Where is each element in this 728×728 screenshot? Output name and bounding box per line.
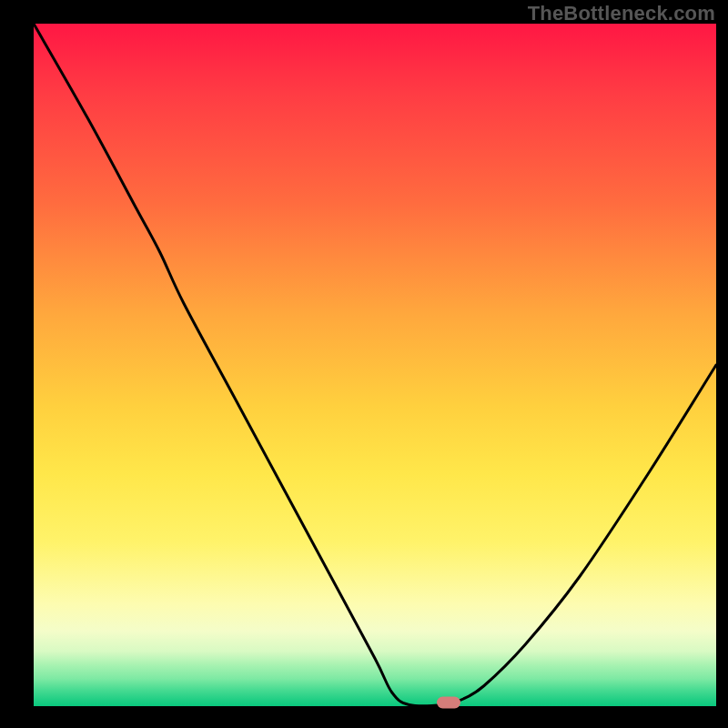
plot-area xyxy=(34,24,716,706)
optimum-marker xyxy=(437,697,460,709)
bottleneck-curve xyxy=(34,24,716,706)
watermark-text: TheBottleneck.com xyxy=(528,2,715,25)
chart-frame: TheBottleneck.com xyxy=(0,0,728,728)
